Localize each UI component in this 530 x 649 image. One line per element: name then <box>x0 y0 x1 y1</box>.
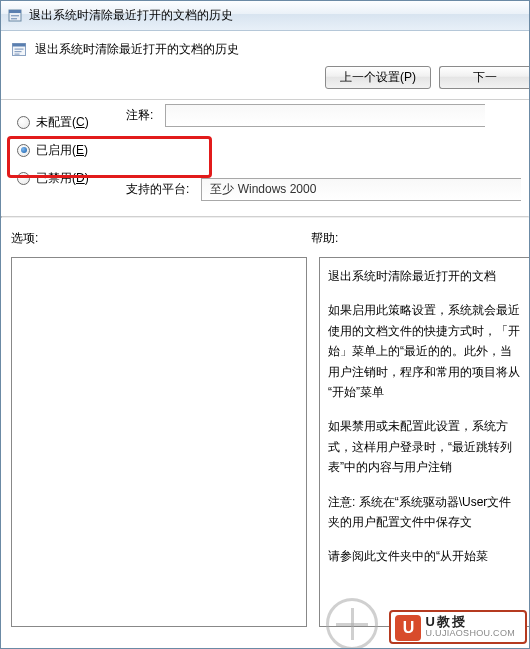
radio-icon <box>17 172 30 185</box>
comment-field[interactable] <box>165 104 485 127</box>
comment-row: 注释: <box>126 104 485 127</box>
svg-rect-8 <box>15 53 20 54</box>
radio-label-enabled: 已启用(E) <box>36 142 88 159</box>
config-area: 注释: 未配置(C) 已启用(E) 已禁用(D) 支持的平台: 至少 Windo… <box>1 100 529 202</box>
help-paragraph: 注意: 系统在“系统驱动器\User文件夹的用户配置文件中保存文 <box>328 492 521 533</box>
radio-enabled[interactable]: 已启用(E) <box>11 136 529 164</box>
options-label: 选项: <box>11 230 311 247</box>
prev-setting-button[interactable]: 上一个设置(P) <box>325 66 431 89</box>
help-label: 帮助: <box>311 230 519 247</box>
next-setting-label: 下一 <box>473 69 497 86</box>
policy-editor-window: 退出系统时清除最近打开的文档的历史 退出系统时清除最近打开的文档的历史 上一个设… <box>0 0 530 649</box>
svg-rect-3 <box>11 18 17 19</box>
section-labels: 选项: 帮助: <box>1 218 529 253</box>
platform-label: 支持的平台: <box>126 181 189 198</box>
help-paragraph: 如果禁用或未配置此设置，系统方式，这样用户登录时，“最近跳转列表”中的内容与用户… <box>328 416 521 477</box>
client-area: 退出系统时清除最近打开的文档的历史 上一个设置(P) 下一 注释: 未配置(C)… <box>1 31 529 648</box>
help-paragraph: 如果启用此策略设置，系统就会最近使用的文档文件的快捷方式时，「开始」菜单上的“最… <box>328 300 521 402</box>
app-icon <box>7 8 23 24</box>
nav-buttons: 上一个设置(P) 下一 <box>1 62 529 100</box>
prev-setting-label: 上一个设置(P) <box>340 69 416 86</box>
options-panel <box>11 257 307 627</box>
platform-field: 至少 Windows 2000 <box>201 178 521 201</box>
radio-icon <box>17 144 30 157</box>
policy-icon <box>11 42 27 58</box>
svg-rect-6 <box>15 48 24 49</box>
radio-icon <box>17 116 30 129</box>
panels-row: 退出系统时清除最近打开的文档 如果启用此策略设置，系统就会最近使用的文档文件的快… <box>1 253 529 648</box>
svg-rect-7 <box>15 51 22 52</box>
titlebar: 退出系统时清除最近打开的文档的历史 <box>1 1 529 31</box>
policy-title: 退出系统时清除最近打开的文档的历史 <box>35 41 239 58</box>
svg-rect-5 <box>13 43 26 46</box>
svg-rect-1 <box>9 10 21 13</box>
radio-label-disabled: 已禁用(D) <box>36 170 89 187</box>
svg-rect-2 <box>11 15 19 16</box>
comment-label: 注释: <box>126 107 153 124</box>
header-row: 退出系统时清除最近打开的文档的历史 <box>1 31 529 62</box>
help-paragraph: 请参阅此文件夹中的“从开始菜 <box>328 546 521 566</box>
platform-row: 支持的平台: 至少 Windows 2000 <box>126 178 521 201</box>
help-panel[interactable]: 退出系统时清除最近打开的文档 如果启用此策略设置，系统就会最近使用的文档文件的快… <box>319 257 529 627</box>
window-title: 退出系统时清除最近打开的文档的历史 <box>29 7 233 24</box>
help-paragraph: 退出系统时清除最近打开的文档 <box>328 266 521 286</box>
next-setting-button[interactable]: 下一 <box>439 66 529 89</box>
radio-label-not-configured: 未配置(C) <box>36 114 89 131</box>
